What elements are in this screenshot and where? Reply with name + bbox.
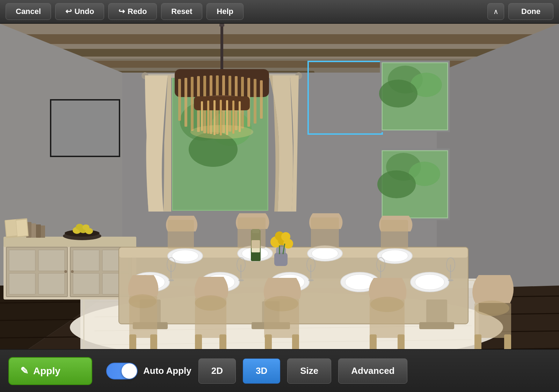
collapse-button[interactable]: ∧ xyxy=(487,3,504,20)
svg-rect-110 xyxy=(419,322,454,329)
chevron-up-icon: ∧ xyxy=(493,7,499,16)
svg-rect-64 xyxy=(254,79,256,124)
svg-rect-49 xyxy=(219,24,224,27)
cancel-button[interactable]: Cancel xyxy=(6,3,51,20)
svg-rect-179 xyxy=(168,220,194,249)
svg-rect-93 xyxy=(41,225,45,238)
svg-rect-151 xyxy=(274,253,288,266)
svg-rect-3 xyxy=(0,34,559,44)
svg-point-32 xyxy=(379,80,418,108)
svg-rect-180 xyxy=(238,217,266,248)
help-button[interactable]: Help xyxy=(206,3,244,20)
paint-icon: ✎ xyxy=(20,365,28,377)
bottom-toolbar: ✎ Apply Auto Apply 2D 3D Size Advanced xyxy=(0,349,559,392)
svg-point-162 xyxy=(129,294,157,308)
svg-point-103 xyxy=(82,224,89,230)
svg-rect-95 xyxy=(5,220,17,236)
svg-rect-84 xyxy=(73,250,99,271)
svg-point-170 xyxy=(265,296,298,311)
svg-point-139 xyxy=(308,279,314,281)
svg-point-88 xyxy=(64,270,67,273)
svg-point-102 xyxy=(76,224,84,230)
svg-rect-72 xyxy=(220,100,222,135)
undo-button[interactable]: ↩ Undo xyxy=(55,3,104,20)
toggle-knob xyxy=(122,363,137,379)
auto-apply-toggle[interactable] xyxy=(106,363,138,379)
redo-icon: ↪ xyxy=(118,7,125,16)
svg-rect-75 xyxy=(239,101,241,132)
svg-rect-48 xyxy=(220,24,223,69)
svg-point-133 xyxy=(168,279,174,281)
svg-point-145 xyxy=(448,279,453,281)
undo-icon: ↩ xyxy=(65,7,72,16)
svg-rect-96 xyxy=(16,220,28,236)
svg-rect-86 xyxy=(73,273,99,294)
svg-rect-54 xyxy=(191,77,194,131)
auto-apply-container: Auto Apply xyxy=(106,363,191,379)
svg-rect-181 xyxy=(311,217,339,248)
svg-rect-53 xyxy=(184,78,187,127)
room-scene xyxy=(0,24,559,368)
svg-point-89 xyxy=(71,270,74,273)
svg-rect-69 xyxy=(201,101,203,131)
svg-rect-52 xyxy=(178,79,181,121)
svg-rect-182 xyxy=(381,220,408,249)
svg-rect-74 xyxy=(232,101,234,134)
svg-point-122 xyxy=(415,274,444,290)
svg-rect-70 xyxy=(207,101,209,134)
size-button[interactable]: Size xyxy=(287,358,331,384)
advanced-button[interactable]: Advanced xyxy=(338,358,407,384)
svg-rect-73 xyxy=(226,100,228,135)
svg-rect-92 xyxy=(36,224,41,238)
done-button[interactable]: Done xyxy=(508,3,553,20)
svg-rect-65 xyxy=(260,80,263,119)
reset-button[interactable]: Reset xyxy=(161,3,202,20)
svg-point-136 xyxy=(238,279,244,281)
svg-rect-82 xyxy=(9,273,35,294)
svg-point-166 xyxy=(195,295,226,311)
svg-point-124 xyxy=(172,250,198,262)
svg-point-130 xyxy=(382,250,408,262)
apply-label: Apply xyxy=(33,365,60,377)
auto-apply-label: Auto Apply xyxy=(143,365,191,376)
svg-point-178 xyxy=(474,301,509,316)
svg-rect-91 xyxy=(31,223,36,238)
redo-button[interactable]: ↪ Redo xyxy=(108,3,157,20)
svg-point-128 xyxy=(312,247,338,259)
svg-rect-83 xyxy=(38,273,65,294)
svg-point-156 xyxy=(281,232,290,241)
top-toolbar: Cancel ↩ Undo ↪ Redo Reset Help ∧ Done xyxy=(0,0,559,24)
view-3d-button[interactable]: 3D xyxy=(243,358,280,384)
svg-rect-25 xyxy=(52,101,118,155)
apply-button[interactable]: ✎ Apply xyxy=(8,357,92,385)
svg-rect-71 xyxy=(213,100,216,135)
svg-point-174 xyxy=(370,297,404,312)
svg-rect-81 xyxy=(38,250,65,271)
main-scene xyxy=(0,24,559,368)
svg-rect-80 xyxy=(9,250,35,271)
svg-point-38 xyxy=(377,170,416,198)
svg-rect-4 xyxy=(0,49,559,57)
view-2d-button[interactable]: 2D xyxy=(198,358,236,384)
